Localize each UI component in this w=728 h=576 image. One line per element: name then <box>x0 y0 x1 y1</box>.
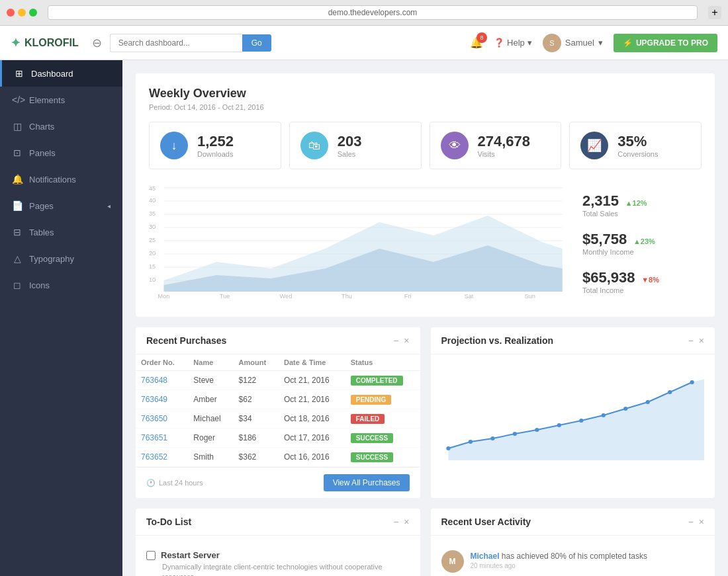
conversions-label: Conversions <box>617 150 658 158</box>
activity-collapse-button[interactable]: − <box>688 516 694 527</box>
table-row: 763652 Smith $362 Oct 16, 2016 SUCCESS <box>136 448 420 467</box>
svg-point-30 <box>535 428 539 432</box>
order-date: Oct 18, 2016 <box>279 409 345 429</box>
typography-icon: △ <box>12 253 23 264</box>
col-amount: Amount <box>234 354 279 371</box>
svg-text:Thu: Thu <box>341 293 352 300</box>
sidebar-item-charts[interactable]: ◫ Charts <box>0 113 122 140</box>
sidebar-item-elements[interactable]: </> Elements <box>0 87 122 113</box>
sales-value: 203 <box>338 133 362 150</box>
customer-name: Steve <box>188 371 233 390</box>
activity-item: M Michael has achieved 80% of his comple… <box>441 544 705 576</box>
total-income-change: ▼8% <box>641 276 659 284</box>
chart-stat-total-income: $65,938 ▼8% Total Income <box>582 269 702 294</box>
svg-text:Fri: Fri <box>404 293 412 300</box>
browser-add-tab[interactable]: + <box>708 6 721 19</box>
user-button[interactable]: S Samuel ▾ <box>543 34 603 52</box>
sidebar-item-typography[interactable]: △ Typography <box>0 245 122 272</box>
activity-header: Recent User Activity − × <box>431 509 715 536</box>
sidebar-item-notifications[interactable]: 🔔 Notifications <box>0 166 122 192</box>
projection-controls: − × <box>688 335 704 346</box>
tables-icon: ⊟ <box>12 227 23 237</box>
monthly-income-value: $5,758 <box>582 231 627 247</box>
sidebar-item-tables[interactable]: ⊟ Tables <box>0 219 122 245</box>
order-number[interactable]: 763650 <box>136 409 188 429</box>
panel-collapse-button[interactable]: − <box>393 335 398 346</box>
order-number[interactable]: 763649 <box>136 390 188 409</box>
activity-time: 20 minutes ago <box>471 562 647 569</box>
navbar-right: 🔔 8 ❓ Help ▾ S Samuel ▾ ⚡ UPGRADE TO PRO <box>470 34 717 52</box>
total-sales-change: ▲12% <box>625 199 647 207</box>
total-sales-value: 2,315 <box>582 192 619 209</box>
dot-green <box>29 9 37 17</box>
svg-point-27 <box>468 440 472 444</box>
order-number[interactable]: 763652 <box>136 448 188 467</box>
order-date: Oct 21, 2016 <box>279 371 345 390</box>
help-button[interactable]: ❓ Help ▾ <box>494 38 532 48</box>
stat-card-sales: 🛍 203 Sales <box>289 122 422 169</box>
upgrade-button[interactable]: ⚡ UPGRADE TO PRO <box>614 34 717 52</box>
projection-title: Projection vs. Realization <box>441 335 554 346</box>
col-status: Status <box>345 354 420 371</box>
sidebar-item-icons[interactable]: ◻ Icons <box>0 272 122 298</box>
table-row: 763651 Roger $186 Oct 17, 2016 SUCCESS <box>136 429 420 448</box>
todo-close-button[interactable]: × <box>404 516 409 527</box>
sidebar: ⊞ Dashboard </> Elements ◫ Charts ⊡ Pane… <box>0 60 122 576</box>
footer-time: 🕐 Last 24 hours <box>146 479 203 487</box>
sidebar-label-tables: Tables <box>29 227 111 237</box>
svg-text:45: 45 <box>149 185 156 192</box>
view-all-button[interactable]: View All Purchases <box>324 474 410 491</box>
proj-close-button[interactable]: × <box>699 335 704 346</box>
back-button[interactable]: ⊖ <box>92 36 102 50</box>
svg-text:35: 35 <box>149 210 156 217</box>
sidebar-item-panels[interactable]: ⊡ Panels <box>0 140 122 166</box>
activity-avatar: M <box>441 550 464 573</box>
search-go-button[interactable]: Go <box>242 34 271 52</box>
order-number[interactable]: 763651 <box>136 429 188 448</box>
icons-sidebar-icon: ◻ <box>12 280 23 290</box>
order-number[interactable]: 763648 <box>136 371 188 390</box>
help-chevron: ▾ <box>527 38 532 48</box>
recent-purchases-body: Order No. Name Amount Date & Time Status… <box>136 354 420 467</box>
proj-collapse-button[interactable]: − <box>688 335 694 346</box>
order-status: PENDING <box>345 390 420 409</box>
col-date: Date & Time <box>279 354 345 371</box>
notification-badge: 8 <box>477 32 487 43</box>
navbar: ✦ KLOROFIL ⊖ Go 🔔 8 ❓ Help ▾ S Samuel ▾ <box>0 26 728 60</box>
weekly-overview-title: Weekly Overview <box>149 87 702 101</box>
customer-name: Michael <box>188 409 233 429</box>
monthly-income-label: Monthly Income <box>582 248 702 256</box>
table-row: 763649 Amber $62 Oct 21, 2016 PENDING <box>136 390 420 409</box>
svg-text:Tue: Tue <box>220 293 230 300</box>
recent-purchases-panel: Recent Purchases − × Order No. Name <box>136 327 420 498</box>
notification-button[interactable]: 🔔 8 <box>470 36 483 49</box>
todo-collapse-button[interactable]: − <box>393 516 398 527</box>
charts-icon: ◫ <box>12 121 23 132</box>
downloads-label: Downloads <box>197 150 234 158</box>
order-date: Oct 21, 2016 <box>279 390 345 409</box>
svg-marker-25 <box>448 379 704 460</box>
search-input[interactable] <box>110 34 242 52</box>
sidebar-item-pages[interactable]: 📄 Pages ◂ <box>0 192 122 219</box>
user-name: Samuel <box>565 38 594 48</box>
chart-stat-total-sales: 2,315 ▲12% Total Sales <box>582 192 702 218</box>
svg-text:20: 20 <box>149 250 156 257</box>
todo-checkbox[interactable] <box>146 551 156 560</box>
weekly-overview-panel: Weekly Overview Period: Oct 14, 2016 - O… <box>136 73 715 317</box>
weekly-overview-period: Period: Oct 14, 2016 - Oct 21, 2016 <box>149 103 702 111</box>
conversions-icon: 📈 <box>580 132 608 159</box>
customer-name: Roger <box>188 429 233 448</box>
order-amount: $362 <box>234 448 279 467</box>
logo: ✦ KLOROFIL <box>11 36 79 50</box>
panel-close-button[interactable]: × <box>404 335 409 346</box>
sidebar-item-dashboard[interactable]: ⊞ Dashboard <box>0 60 122 87</box>
svg-text:30: 30 <box>149 224 156 230</box>
svg-point-28 <box>490 436 494 440</box>
upgrade-label: UPGRADE TO PRO <box>636 38 708 48</box>
activity-body: M Michael has achieved 80% of his comple… <box>431 536 715 576</box>
todo-item-title: Restart Server <box>161 550 220 560</box>
activity-close-button[interactable]: × <box>699 516 704 527</box>
order-amount: $34 <box>234 409 279 429</box>
svg-point-36 <box>668 390 672 394</box>
activity-title: Recent User Activity <box>441 516 531 527</box>
